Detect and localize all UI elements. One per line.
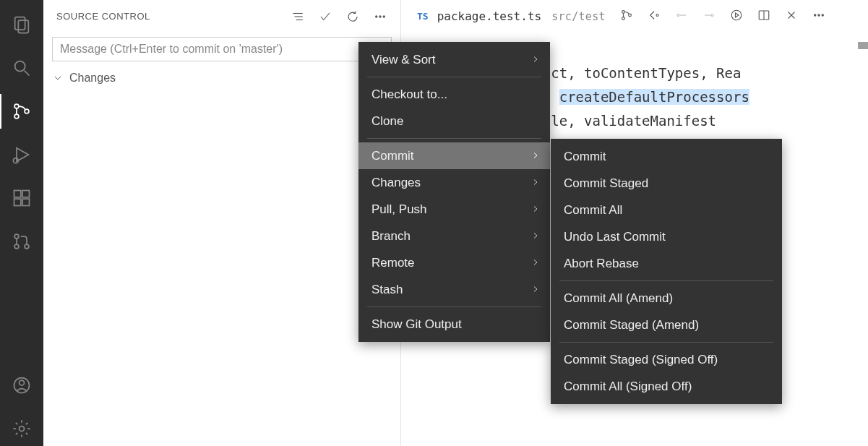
svg-point-26 xyxy=(622,17,624,20)
menu-item-commit-all-signed-off[interactable]: Commit All (Signed Off) xyxy=(551,373,782,400)
menu-item-commit-staged-amend[interactable]: Commit Staged (Amend) xyxy=(551,312,782,338)
chevron-right-icon xyxy=(531,283,540,297)
next-change-icon[interactable] xyxy=(702,9,716,25)
chevron-right-icon xyxy=(531,256,540,270)
menu-item-commit-staged[interactable]: Commit Staged xyxy=(551,170,782,197)
view-changes-icon[interactable] xyxy=(620,9,633,25)
svg-point-41 xyxy=(822,14,823,15)
menu-item-commit-all[interactable]: Commit All xyxy=(551,197,782,223)
split-editor-icon[interactable] xyxy=(757,9,770,25)
svg-point-33 xyxy=(731,10,742,20)
minimap-indicator xyxy=(858,42,868,49)
chevron-right-icon xyxy=(531,229,540,244)
svg-rect-11 xyxy=(14,199,21,205)
svg-point-4 xyxy=(14,104,19,108)
svg-point-14 xyxy=(14,244,19,249)
svg-point-6 xyxy=(25,109,29,113)
svg-point-13 xyxy=(14,234,19,239)
svg-point-22 xyxy=(376,15,377,17)
menu-item-pull-push[interactable]: Pull, Push xyxy=(358,196,550,223)
svg-rect-1 xyxy=(18,20,28,33)
svg-point-23 xyxy=(379,15,381,17)
menu-separator xyxy=(367,138,541,139)
tab-more-icon[interactable] xyxy=(812,9,825,25)
chevron-down-icon xyxy=(52,72,64,84)
svg-point-39 xyxy=(814,14,815,15)
menu-item-checkout-to[interactable]: Checkout to... xyxy=(358,81,550,108)
svg-rect-12 xyxy=(22,199,29,205)
source-control-icon[interactable] xyxy=(0,94,43,129)
explorer-icon[interactable] xyxy=(0,7,43,42)
back-icon[interactable] xyxy=(648,9,661,25)
svg-marker-34 xyxy=(735,13,739,17)
activity-bar xyxy=(0,0,43,446)
menu-item-commit-all-amend[interactable]: Commit All (Amend) xyxy=(551,285,782,312)
svg-rect-10 xyxy=(22,191,29,197)
tab-language-badge: TS xyxy=(417,11,429,22)
accounts-icon[interactable] xyxy=(0,368,43,403)
menu-item-undo-last-commit[interactable]: Undo Last Commit xyxy=(551,223,782,250)
menu-separator xyxy=(367,306,541,307)
svg-point-2 xyxy=(15,61,25,72)
scm-title: SOURCE CONTROL xyxy=(56,11,291,22)
svg-point-15 xyxy=(25,244,29,249)
svg-point-24 xyxy=(383,15,384,17)
tab-filename[interactable]: package.test.ts xyxy=(437,9,542,23)
menu-item-remote[interactable]: Remote xyxy=(358,249,550,276)
chevron-right-icon xyxy=(531,149,540,163)
scm-context-menu: View & SortCheckout to...CloneCommitChan… xyxy=(358,42,550,342)
menu-item-commit-staged-signed-off[interactable]: Commit Staged (Signed Off) xyxy=(551,346,782,373)
menu-item-branch[interactable]: Branch xyxy=(358,223,550,249)
more-actions-icon[interactable] xyxy=(373,9,387,24)
svg-point-29 xyxy=(677,14,679,16)
tab-path: src/test xyxy=(551,10,606,23)
run-icon[interactable] xyxy=(730,9,743,25)
menu-item-stash[interactable]: Stash xyxy=(358,276,550,303)
menu-item-show-git-output[interactable]: Show Git Output xyxy=(358,311,550,338)
svg-rect-9 xyxy=(14,191,21,197)
svg-point-31 xyxy=(711,14,713,16)
chevron-right-icon xyxy=(531,202,540,217)
menu-item-clone[interactable]: Clone xyxy=(358,108,550,134)
changes-label: Changes xyxy=(69,72,116,85)
menu-item-commit[interactable]: Commit xyxy=(358,142,550,169)
view-tree-icon[interactable] xyxy=(291,9,305,24)
menu-separator xyxy=(367,77,541,77)
search-icon[interactable] xyxy=(0,51,43,85)
refresh-icon[interactable] xyxy=(345,9,360,24)
svg-rect-0 xyxy=(15,17,25,30)
chevron-right-icon xyxy=(531,176,540,190)
commit-submenu: CommitCommit StagedCommit AllUndo Last C… xyxy=(551,139,782,404)
menu-item-view-sort[interactable]: View & Sort xyxy=(358,46,550,73)
menu-item-commit[interactable]: Commit xyxy=(551,143,782,170)
menu-item-abort-rebase[interactable]: Abort Rebase xyxy=(551,250,782,277)
prev-change-icon[interactable] xyxy=(675,9,688,25)
commit-check-icon[interactable] xyxy=(318,9,332,24)
close-tab-icon[interactable] xyxy=(785,9,798,25)
menu-separator xyxy=(559,280,773,281)
svg-point-18 xyxy=(20,426,25,432)
extensions-icon[interactable] xyxy=(0,181,43,215)
pull-requests-icon[interactable] xyxy=(0,224,43,259)
source-control-panel: SOURCE CONTROL Changes xyxy=(43,0,401,446)
svg-line-3 xyxy=(25,71,30,76)
chevron-right-icon xyxy=(531,53,540,67)
menu-item-changes[interactable]: Changes xyxy=(358,169,550,196)
changes-section[interactable]: Changes xyxy=(43,69,400,87)
svg-point-17 xyxy=(20,380,25,385)
svg-point-40 xyxy=(818,14,820,15)
settings-gear-icon[interactable] xyxy=(0,411,43,446)
svg-point-25 xyxy=(622,10,624,13)
svg-point-27 xyxy=(628,14,631,17)
commit-message-input[interactable] xyxy=(52,37,392,61)
svg-point-28 xyxy=(656,14,658,16)
svg-point-5 xyxy=(14,114,19,119)
run-debug-icon[interactable] xyxy=(0,137,43,172)
menu-separator xyxy=(559,342,773,343)
